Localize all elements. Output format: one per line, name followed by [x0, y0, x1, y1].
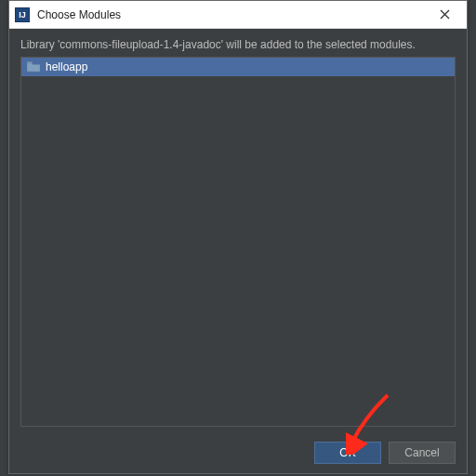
cancel-button[interactable]: Cancel	[389, 442, 456, 464]
ok-button-label: OK	[339, 446, 355, 459]
ok-button[interactable]: OK	[314, 442, 381, 464]
choose-modules-dialog: IJ Choose Modules Library 'commons-fileu…	[8, 0, 468, 474]
titlebar: IJ Choose Modules	[9, 1, 467, 29]
intellij-icon: IJ	[15, 7, 30, 22]
module-item-helloapp[interactable]: helloapp	[21, 58, 455, 76]
close-button[interactable]	[426, 2, 463, 28]
dialog-title: Choose Modules	[37, 8, 426, 21]
close-icon	[440, 9, 450, 20]
intellij-icon-text: IJ	[19, 10, 26, 20]
cancel-button-label: Cancel	[404, 446, 439, 459]
button-row: OK Cancel	[314, 442, 456, 464]
module-item-label: helloapp	[46, 60, 87, 73]
dialog-content: Library 'commons-fileupload-1.4-javadoc'…	[9, 29, 467, 427]
folder-icon	[27, 61, 40, 73]
instruction-text: Library 'commons-fileupload-1.4-javadoc'…	[20, 38, 456, 51]
module-list[interactable]: helloapp	[20, 57, 456, 427]
